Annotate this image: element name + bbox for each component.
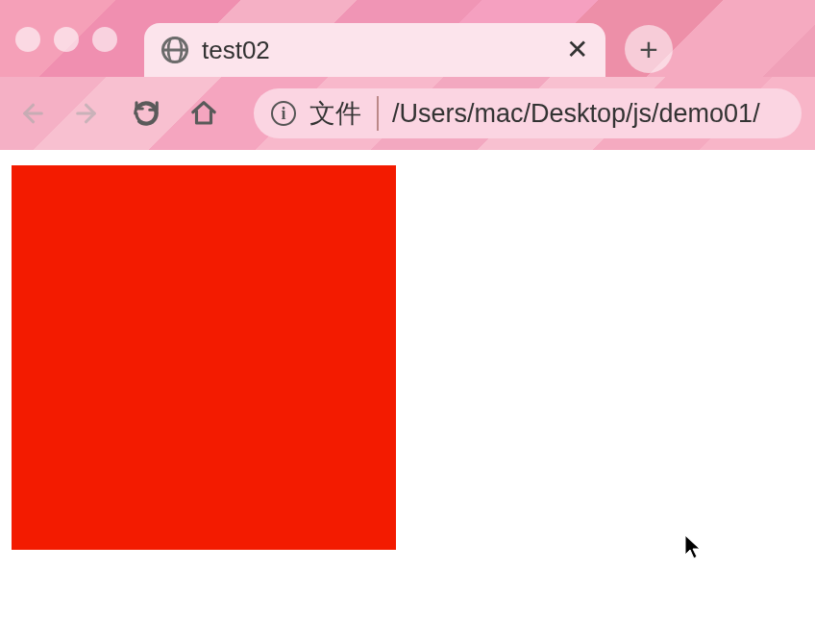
address-path: /Users/mac/Desktop/js/demo01/ <box>392 99 760 129</box>
address-protocol-label: 文件 <box>309 96 379 131</box>
back-button[interactable] <box>13 96 48 131</box>
toolbar: i 文件 /Users/mac/Desktop/js/demo01/ <box>0 77 815 150</box>
page-viewport <box>0 150 815 644</box>
address-bar[interactable]: i 文件 /Users/mac/Desktop/js/demo01/ <box>254 88 802 138</box>
tab-close-button[interactable]: ✕ <box>566 37 588 63</box>
globe-icon <box>161 37 188 63</box>
browser-chrome: test02 ✕ + <box>0 0 815 150</box>
window-controls <box>15 27 117 52</box>
info-icon[interactable]: i <box>271 101 296 126</box>
reload-button[interactable] <box>129 96 163 131</box>
plus-icon: + <box>639 33 658 65</box>
tab-title: test02 <box>202 36 553 65</box>
red-box <box>12 165 396 550</box>
cursor-icon <box>684 534 704 568</box>
window-maximize-button[interactable] <box>92 27 117 52</box>
window-close-button[interactable] <box>15 27 40 52</box>
back-icon <box>16 99 45 128</box>
reload-icon <box>132 99 161 128</box>
forward-icon <box>74 99 103 128</box>
tab-strip: test02 ✕ + <box>0 0 815 77</box>
home-button[interactable] <box>186 96 221 131</box>
forward-button[interactable] <box>71 96 106 131</box>
browser-tab[interactable]: test02 ✕ <box>144 23 605 77</box>
window-minimize-button[interactable] <box>54 27 79 52</box>
home-icon <box>189 99 218 128</box>
new-tab-button[interactable]: + <box>625 25 673 73</box>
